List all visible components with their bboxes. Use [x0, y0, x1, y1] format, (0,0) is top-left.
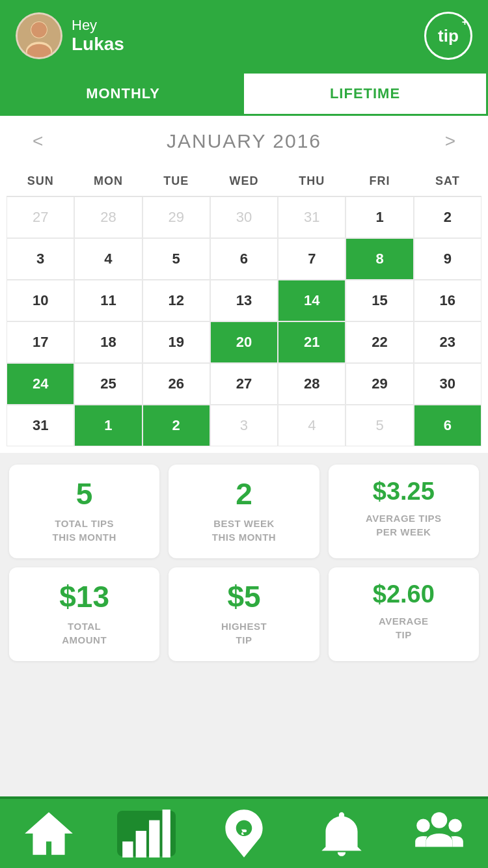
- nav-stats[interactable]: [117, 811, 176, 856]
- cal-cell[interactable]: 2: [414, 197, 481, 238]
- stats-row-2: $13 TOTAL AMOUNT $5 HIGHEST TIP $2.60 AV…: [9, 567, 479, 661]
- cal-header-tue: TUE: [142, 167, 210, 196]
- cal-cell[interactable]: 25: [74, 363, 142, 405]
- cal-cell[interactable]: 21: [278, 321, 346, 363]
- cal-cell[interactable]: 7: [278, 238, 346, 280]
- cal-cell[interactable]: 1: [346, 197, 413, 238]
- stat-avg-tip: $2.60 AVERAGE TIP: [329, 567, 479, 661]
- stats-row-1: 5 TOTAL TIPS THIS MONTH 2 BEST WEEK THIS…: [9, 465, 479, 558]
- svg-point-9: [431, 812, 448, 828]
- cal-cell: 27: [7, 197, 74, 238]
- stat-total-tips: 5 TOTAL TIPS THIS MONTH: [9, 465, 159, 558]
- svg-point-10: [416, 819, 429, 832]
- svg-rect-8: [163, 809, 170, 858]
- cal-cell: 5: [346, 405, 413, 446]
- tab-monthly[interactable]: MONTHLY: [2, 74, 244, 114]
- bottom-nav: [0, 796, 488, 868]
- stat-best-week-value: 2: [175, 479, 312, 509]
- tip-plus: +: [462, 16, 468, 28]
- cal-cell[interactable]: 31: [7, 405, 74, 446]
- cal-cell[interactable]: 29: [346, 363, 413, 405]
- nav-home[interactable]: [20, 811, 78, 856]
- cal-cell[interactable]: 4: [74, 238, 142, 280]
- cal-cell[interactable]: 28: [278, 363, 346, 405]
- month-title: JANUARY 2016: [167, 130, 321, 152]
- cal-cell[interactable]: 3: [7, 238, 74, 280]
- stat-total-amount: $13 TOTAL AMOUNT: [9, 567, 159, 661]
- svg-point-11: [448, 819, 461, 832]
- stat-best-week: 2 BEST WEEK THIS MONTH: [169, 465, 319, 558]
- svg-point-3: [31, 22, 47, 38]
- cal-cell: 29: [142, 197, 210, 238]
- header-left: Hey Lukas: [16, 12, 124, 59]
- cal-cell[interactable]: 13: [210, 280, 278, 321]
- tab-lifetime[interactable]: LIFETIME: [244, 74, 486, 114]
- money-icon: [215, 804, 273, 863]
- cal-cell[interactable]: 26: [142, 363, 210, 405]
- cal-cell[interactable]: 15: [346, 280, 413, 321]
- stat-highest-tip: $5 HIGHEST TIP: [169, 567, 319, 661]
- cal-cell[interactable]: 20: [210, 321, 278, 363]
- prev-month-button[interactable]: <: [26, 131, 49, 152]
- cal-cell: 4: [278, 405, 346, 446]
- tip-logo: tip +: [424, 12, 472, 60]
- stat-avg-tips: $3.25 AVERAGE TIPS PER WEEK: [329, 465, 479, 558]
- svg-rect-5: [122, 841, 133, 858]
- stats-icon: [117, 804, 176, 863]
- cal-header-wed: WED: [210, 167, 278, 196]
- cal-cell[interactable]: 6: [414, 405, 481, 446]
- nav-people[interactable]: [410, 811, 468, 856]
- cal-cell[interactable]: 16: [414, 280, 481, 321]
- cal-cell[interactable]: 19: [142, 321, 210, 363]
- cal-cell[interactable]: 6: [210, 238, 278, 280]
- name-text: Lukas: [72, 34, 124, 55]
- calendar-header: SUNMONTUEWEDTHUFRISAT: [7, 167, 481, 197]
- cal-cell[interactable]: 23: [414, 321, 481, 363]
- month-nav: < JANUARY 2016 >: [0, 116, 488, 167]
- cal-cell[interactable]: 12: [142, 280, 210, 321]
- cal-cell[interactable]: 1: [74, 405, 142, 446]
- cal-cell[interactable]: 17: [7, 321, 74, 363]
- cal-cell[interactable]: 30: [414, 363, 481, 405]
- cal-cell[interactable]: 22: [346, 321, 413, 363]
- stats: 5 TOTAL TIPS THIS MONTH 2 BEST WEEK THIS…: [0, 453, 488, 673]
- header: Hey Lukas tip +: [0, 0, 488, 72]
- cal-cell[interactable]: 27: [210, 363, 278, 405]
- nav-notifications[interactable]: [312, 811, 371, 856]
- stat-avg-tips-value: $3.25: [335, 479, 472, 504]
- cal-cell[interactable]: 10: [7, 280, 74, 321]
- nav-money[interactable]: [215, 811, 273, 856]
- cal-cell[interactable]: 24: [7, 363, 74, 405]
- cal-cell[interactable]: 8: [346, 238, 413, 280]
- cal-cell[interactable]: 18: [74, 321, 142, 363]
- cal-header-thu: THU: [278, 167, 346, 196]
- cal-header-sun: SUN: [7, 167, 74, 196]
- stat-total-tips-label: TOTAL TIPS THIS MONTH: [16, 517, 153, 544]
- people-icon: [410, 804, 468, 863]
- stat-total-amount-label: TOTAL AMOUNT: [16, 619, 153, 647]
- cal-cell[interactable]: 14: [278, 280, 346, 321]
- stat-avg-tips-label: AVERAGE TIPS PER WEEK: [335, 511, 472, 539]
- tip-logo-text: tip: [438, 26, 459, 46]
- cal-header-mon: MON: [74, 167, 142, 196]
- cal-cell: 30: [210, 197, 278, 238]
- svg-rect-7: [149, 821, 159, 858]
- tabs: MONTHLY LIFETIME: [0, 72, 488, 116]
- next-month-button[interactable]: >: [439, 131, 462, 152]
- cal-cell[interactable]: 5: [142, 238, 210, 280]
- cal-cell: 3: [210, 405, 278, 446]
- stat-total-tips-value: 5: [16, 479, 153, 509]
- avatar: [16, 12, 62, 59]
- cal-cell[interactable]: 11: [74, 280, 142, 321]
- stat-best-week-label: BEST WEEK THIS MONTH: [175, 517, 312, 544]
- cal-cell[interactable]: 9: [414, 238, 481, 280]
- stat-avg-tip-label: AVERAGE TIP: [335, 614, 472, 642]
- cal-cell[interactable]: 2: [142, 405, 210, 446]
- cal-cell: 31: [278, 197, 346, 238]
- calendar: SUNMONTUEWEDTHUFRISAT 272829303112345678…: [0, 167, 488, 453]
- cal-header-fri: FRI: [346, 167, 413, 196]
- home-icon: [20, 804, 78, 863]
- stat-total-amount-value: $13: [16, 582, 153, 612]
- hey-text: Hey: [72, 17, 124, 34]
- calendar-grid: 2728293031123456789101112131415161718192…: [7, 197, 481, 446]
